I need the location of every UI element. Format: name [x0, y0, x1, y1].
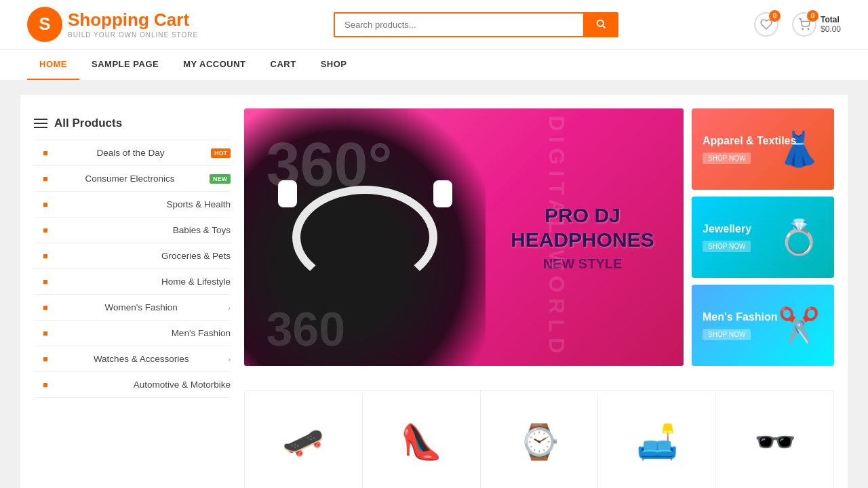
sidebar-item-mens[interactable]: Men's Fashion	[34, 321, 231, 346]
svg-point-2	[597, 20, 604, 26]
wishlist-badge: 0	[769, 10, 781, 22]
product-item-4[interactable]: 🕶️	[716, 391, 833, 488]
sidebar-item-womens[interactable]: Women's Fashion ›	[34, 295, 231, 321]
sidebar-item-deals[interactable]: Deals of the Day HOT	[34, 140, 231, 166]
logo-text: Shopping Cart BUILD YOUR OWN ONLINE STOR…	[68, 9, 198, 39]
headphone-cup-right	[433, 180, 452, 207]
sidebar-link-automotive[interactable]: Automotive & Motorbike	[34, 372, 231, 397]
product-row: 🛹 👠 ⌚ 🛋️ 🕶️	[244, 390, 834, 488]
sidebar-label-automotive: Automotive & Motorbike	[134, 380, 231, 390]
wishlist-button[interactable]: 0	[754, 12, 778, 37]
side-banner-jewellery-cta[interactable]: SHOP NOW	[703, 241, 751, 252]
side-banner-jewellery[interactable]: Jewellery SHOP NOW 💍	[692, 197, 834, 278]
content-area: All Products Deals of the Day HOT Consum…	[34, 108, 834, 488]
hero-banner[interactable]: 360° 360 PRO DJ HEADPHONES NEW STYLE DIG…	[244, 108, 684, 366]
badge-new-electronics: NEW	[210, 174, 231, 184]
svg-line-3	[603, 26, 606, 28]
search-input[interactable]	[334, 12, 583, 37]
sidebar-link-sports[interactable]: Sports & Health	[34, 192, 231, 217]
product-image-4: 🕶️	[716, 391, 833, 488]
product-item-0[interactable]: 🛹	[245, 391, 363, 488]
wishlist-icon-circle: 0	[754, 12, 778, 37]
logo-icon: S	[27, 7, 62, 42]
side-banner-mens-fashion[interactable]: Men's Fashion SHOP NOW ✂️	[692, 285, 834, 366]
nav-item-home[interactable]: HOME	[27, 49, 79, 80]
sidebar-item-electronics[interactable]: Consumer Electronics NEW	[34, 166, 231, 192]
sidebar-link-groceries[interactable]: Groceries & Pets	[34, 243, 231, 268]
hero-text-block: PRO DJ HEADPHONES NEW STYLE	[490, 203, 675, 272]
cart-total: Total $0.00	[821, 15, 841, 34]
nav-link-cart[interactable]: CART	[258, 49, 309, 79]
side-banner-jewellery-title: Jewellery	[703, 222, 751, 237]
sidebar-label-watches: Watches & Accessories	[94, 354, 189, 364]
sidebar-item-sports[interactable]: Sports & Health	[34, 192, 231, 218]
nav-link-account[interactable]: MY ACCOUNT	[171, 49, 258, 79]
header-actions: 0 0 Total $0.00	[754, 12, 841, 37]
product-item-1[interactable]: 👠	[363, 391, 481, 488]
nav-link-sample[interactable]: SAMPLE PAGE	[79, 49, 171, 79]
side-banner-apparel-cta[interactable]: SHOP NOW	[703, 152, 751, 164]
product-image-1: 👠	[363, 391, 480, 488]
sidebar-title: All Products	[54, 117, 122, 130]
product-item-2[interactable]: ⌚	[481, 391, 599, 488]
logo-title: Shopping Cart	[68, 9, 198, 30]
search-button[interactable]	[583, 12, 618, 37]
hero-image-area	[244, 108, 486, 366]
nav-item-account[interactable]: MY ACCOUNT	[171, 49, 258, 80]
side-banner-jewellery-image: 💍	[763, 197, 834, 278]
hamburger-line-2	[34, 123, 47, 124]
header: S Shopping Cart BUILD YOUR OWN ONLINE ST…	[0, 0, 868, 49]
sidebar-link-electronics[interactable]: Consumer Electronics NEW	[34, 166, 231, 191]
hero-sub-text: NEW STYLE	[490, 256, 675, 272]
sidebar-link-babies[interactable]: Babies & Toys	[34, 218, 231, 243]
sidebar-item-automotive[interactable]: Automotive & Motorbike	[34, 372, 231, 398]
nav-link-home[interactable]: HOME	[27, 49, 79, 80]
side-banner-jewellery-text: Jewellery SHOP NOW	[703, 222, 751, 252]
hero-main-text: PRO DJ HEADPHONES	[490, 203, 675, 252]
side-banner-mens-text: Men's Fashion SHOP NOW	[703, 310, 777, 340]
sidebar: All Products Deals of the Day HOT Consum…	[34, 108, 231, 488]
product-item-3[interactable]: 🛋️	[598, 391, 716, 488]
side-banner-apparel-title: Apparel & Textiles	[703, 134, 796, 148]
sidebar-item-watches[interactable]: Watches & Accessories ›	[34, 346, 231, 372]
cart-icon-circle: 0	[792, 12, 816, 37]
chevron-right-icon-watches: ›	[228, 355, 231, 363]
banner-row: 360° 360 PRO DJ HEADPHONES NEW STYLE DIG…	[244, 108, 834, 366]
nav-item-sample[interactable]: SAMPLE PAGE	[79, 49, 171, 80]
nav-item-shop[interactable]: SHOP	[309, 49, 359, 80]
sidebar-link-watches[interactable]: Watches & Accessories ›	[34, 346, 231, 371]
sidebar-label-deals: Deals of the Day	[97, 148, 165, 158]
sidebar-menu: Deals of the Day HOT Consumer Electronic…	[34, 140, 231, 398]
side-banner-mens-cta[interactable]: SHOP NOW	[703, 329, 751, 340]
main-nav: HOME SAMPLE PAGE MY ACCOUNT CART SHOP	[0, 49, 868, 81]
sidebar-item-groceries[interactable]: Groceries & Pets	[34, 243, 231, 269]
hamburger-line-1	[34, 119, 47, 120]
sidebar-label-groceries: Groceries & Pets	[161, 251, 231, 261]
side-banner-mens-title: Men's Fashion	[703, 310, 777, 325]
chevron-right-icon: ›	[228, 304, 231, 312]
hamburger-menu[interactable]	[34, 119, 47, 128]
cart-button[interactable]: 0 Total $0.00	[792, 12, 841, 37]
cart-total-label: Total	[821, 15, 841, 24]
sidebar-item-babies[interactable]: Babies & Toys	[34, 218, 231, 243]
product-image-3: 🛋️	[598, 391, 715, 488]
side-banner-apparel[interactable]: Apparel & Textiles SHOP NOW 👗	[692, 108, 834, 190]
sidebar-label-sports: Sports & Health	[166, 199, 231, 209]
hamburger-line-3	[34, 127, 47, 128]
sidebar-link-deals[interactable]: Deals of the Day HOT	[34, 140, 231, 165]
sidebar-link-home[interactable]: Home & Lifestyle	[34, 269, 231, 294]
hero-watermark-text: DIGITAL WORLD	[544, 116, 569, 359]
svg-point-5	[808, 28, 809, 30]
headphone-cup-left	[278, 180, 297, 207]
sidebar-item-home[interactable]: Home & Lifestyle	[34, 269, 231, 295]
sidebar-link-womens[interactable]: Women's Fashion ›	[34, 295, 231, 320]
main-container: All Products Deals of the Day HOT Consum…	[20, 95, 848, 488]
logo-area: S Shopping Cart BUILD YOUR OWN ONLINE ST…	[27, 7, 198, 42]
cart-badge: 0	[807, 10, 818, 22]
nav-link-shop[interactable]: SHOP	[309, 49, 359, 79]
svg-point-4	[802, 28, 804, 30]
sidebar-label-mens: Men's Fashion	[172, 328, 231, 338]
sidebar-link-mens[interactable]: Men's Fashion	[34, 321, 231, 346]
nav-item-cart[interactable]: CART	[258, 49, 309, 80]
svg-text:S: S	[39, 14, 50, 34]
